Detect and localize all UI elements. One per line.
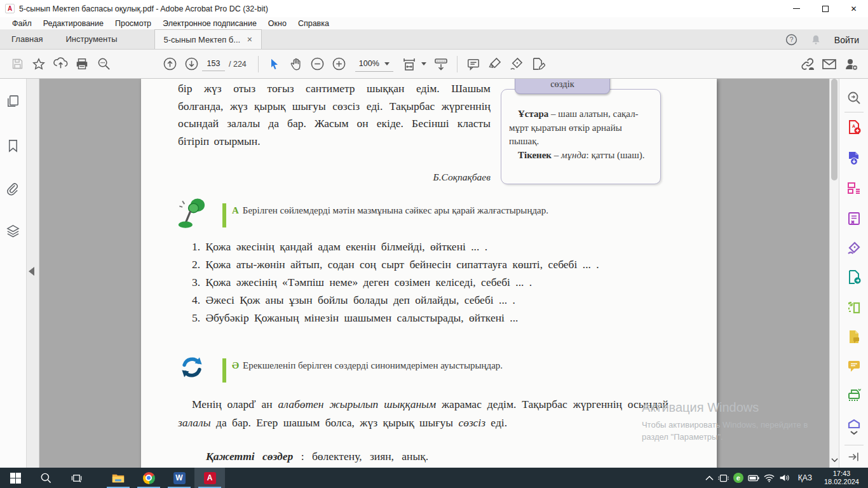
previous-page-button[interactable] <box>159 53 180 75</box>
comments-icon[interactable] <box>846 358 862 376</box>
vertical-scrollbar[interactable] <box>829 79 839 468</box>
scroll-down-icon[interactable] <box>831 454 838 465</box>
window-title: 5-сынып Мектеп баспасы оқулық.pdf - Adob… <box>19 4 268 13</box>
battery-icon[interactable] <box>748 468 759 488</box>
language-indicator[interactable]: ҚАЗ <box>794 473 816 482</box>
word-taskbar-icon[interactable]: W <box>164 468 194 488</box>
exercise-b-letter: Ә <box>232 360 239 370</box>
scrollbar-thumb[interactable] <box>831 79 837 180</box>
pdf-doc-icon: A <box>5 4 15 13</box>
collapse-panel-arrow-icon[interactable] <box>29 267 34 276</box>
maximize-icon <box>822 6 829 12</box>
wifi-icon[interactable] <box>764 468 775 488</box>
page-number-input[interactable] <box>202 57 225 71</box>
search-button[interactable] <box>93 53 114 75</box>
compress-pdf-icon[interactable] <box>846 269 862 287</box>
edit-pdf-tool-button[interactable] <box>527 53 549 75</box>
print-button[interactable] <box>71 53 93 75</box>
close-button[interactable]: ✕ <box>839 0 868 17</box>
synonym-arrows-icon <box>177 353 207 384</box>
share-cloud-button[interactable] <box>50 53 71 75</box>
start-button[interactable] <box>0 468 31 488</box>
hand-tool-button[interactable] <box>285 53 307 75</box>
add-user-button[interactable] <box>840 53 862 75</box>
document-canvas[interactable]: бір жүз отыз тоғыз сантиметр шыққан едім… <box>39 79 829 468</box>
tab-home[interactable]: Главная <box>0 29 54 49</box>
share-link-button[interactable] <box>797 53 818 75</box>
crop-pages-icon[interactable] <box>846 300 862 318</box>
attachments-icon[interactable] <box>6 182 20 199</box>
create-pdf-icon[interactable]: A <box>846 119 862 137</box>
menu-help[interactable]: Справка <box>292 19 335 28</box>
minimize-button[interactable] <box>782 0 811 17</box>
maximize-button[interactable] <box>811 0 839 17</box>
acrobat-taskbar-icon[interactable]: A <box>194 468 225 488</box>
svg-text:?: ? <box>789 36 793 43</box>
story-paragraph: бір жүз отыз тоғыз сантиметр шыққан едім… <box>178 80 491 150</box>
sign-tool-button[interactable] <box>506 53 527 75</box>
request-signatures-icon[interactable] <box>846 329 862 347</box>
help-icon[interactable]: ? <box>785 34 797 46</box>
email-button[interactable] <box>818 53 840 75</box>
sign-in-button[interactable]: Войти <box>834 35 859 45</box>
bookmarks-icon[interactable] <box>6 139 20 156</box>
page-count-label: / 224 <box>229 60 247 69</box>
more-tools-icon[interactable] <box>846 417 862 438</box>
chrome-taskbar-icon[interactable] <box>133 468 164 488</box>
next-page-button[interactable] <box>180 53 202 75</box>
zoom-out-button[interactable] <box>307 53 329 75</box>
task-view-button[interactable] <box>61 468 92 488</box>
green-bar <box>222 203 226 227</box>
tablet-mode-icon[interactable] <box>718 468 729 488</box>
main-toolbar: / 224 100% <box>0 50 868 79</box>
svg-text:A: A <box>852 124 855 128</box>
comment-tool-button[interactable] <box>463 53 484 75</box>
zoom-level-dropdown[interactable]: 100% <box>355 57 393 72</box>
taskbar-clock[interactable]: 17:43 18.02.2024 <box>820 470 863 486</box>
expand-tools-panel-icon[interactable] <box>846 450 860 466</box>
list-item: 5. Әбубәкір Қожаның мінезін шашымен салы… <box>178 309 668 327</box>
eset-antivirus-icon[interactable]: e <box>733 468 743 488</box>
select-tool-button[interactable] <box>264 53 285 75</box>
exercise-b-instruction: Ерекшеленіп берілген сөздерді синонимдер… <box>243 360 503 370</box>
taskbar-search-button[interactable] <box>31 468 61 488</box>
page-thumbnails-icon[interactable] <box>6 94 20 111</box>
fit-width-button[interactable] <box>398 53 420 75</box>
star-bookmark-button[interactable] <box>28 53 50 75</box>
page-display-button[interactable] <box>430 53 452 75</box>
menu-view[interactable]: Просмотр <box>109 19 157 28</box>
file-explorer-taskbar-icon[interactable] <box>103 468 133 488</box>
menu-file[interactable]: Файл <box>6 19 37 28</box>
scan-ocr-icon[interactable] <box>846 388 862 405</box>
tray-show-hidden-icons[interactable] <box>705 468 714 488</box>
list-item: 4. Әжесі Қож аны ұзын бойлы болады деп о… <box>178 291 668 309</box>
tab-tools[interactable]: Инструменты <box>54 29 128 49</box>
menu-window[interactable]: Окно <box>262 19 292 28</box>
chevron-down-icon[interactable] <box>421 62 426 65</box>
fill-sign-icon[interactable] <box>846 240 862 258</box>
vocab-entry: Тікенек – мұнда: қатты (шаш). <box>509 149 653 163</box>
search-tools-icon[interactable] <box>846 90 862 108</box>
notifications-bell-icon[interactable] <box>810 34 822 46</box>
author-name: Б.Соқпақбаев <box>178 172 491 183</box>
acrobat-icon: A <box>204 472 216 484</box>
chevron-down-icon <box>384 62 390 65</box>
export-pdf-icon[interactable] <box>846 150 862 168</box>
highlight-tool-button[interactable] <box>484 53 506 75</box>
microphone-icon <box>176 197 209 234</box>
exercise-b-paragraph: Менің оларď ан алабөтен жырылып шыққаным… <box>178 395 668 432</box>
edit-pdf-icon[interactable] <box>846 211 862 229</box>
zoom-level-value: 100% <box>359 59 379 68</box>
organize-pages-icon[interactable] <box>846 180 862 198</box>
zoom-in-button[interactable] <box>329 53 350 75</box>
save-button[interactable] <box>6 53 28 75</box>
volume-icon[interactable] <box>779 468 790 488</box>
menu-edit[interactable]: Редактирование <box>37 19 109 28</box>
menu-bar: Файл Редактирование Просмотр Электронное… <box>0 17 868 30</box>
tab-close-icon[interactable]: ✕ <box>247 36 252 44</box>
layers-icon[interactable] <box>6 224 20 241</box>
menu-esign[interactable]: Электронное подписание <box>157 19 262 28</box>
tab-document[interactable]: 5-сынып Мектеп б... ✕ <box>154 29 262 49</box>
list-item: 3. Қожа әжесінің «Тәмпіш неме» деген сөз… <box>178 273 668 291</box>
acrobat-window: A 5-сынып Мектеп баспасы оқулық.pdf - Ad… <box>0 0 868 488</box>
